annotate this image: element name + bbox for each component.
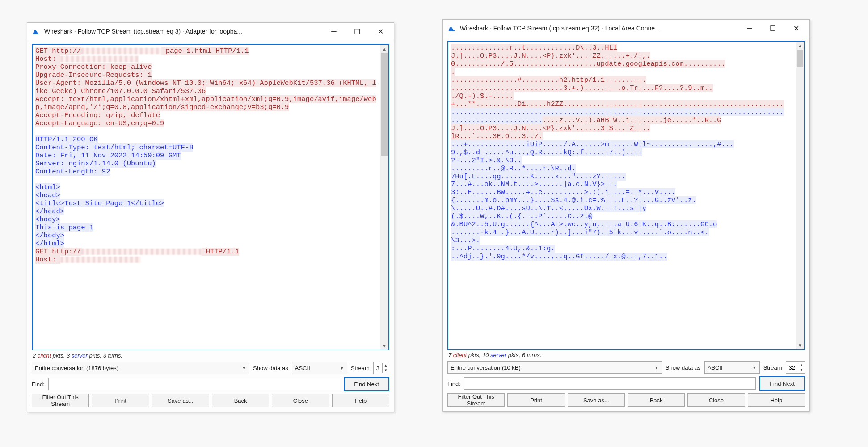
window-controls: ─ ☐ ✕ <box>322 24 392 39</box>
wireshark-window-right: Wireshark · Follow TCP Stream (tcp.strea… <box>442 19 810 412</box>
spinner-up-icon[interactable]: ▲ <box>798 363 805 367</box>
server-text-segment[interactable]: ...+..............iUiP...../.A......>m .… <box>451 140 734 261</box>
packet-status-line: 7 client pkts, 10 server pkts, 6 turns. <box>447 350 805 361</box>
scroll-up-icon[interactable]: ▲ <box>796 42 804 50</box>
stream-label: Stream <box>351 365 370 371</box>
client-text-segment[interactable]: GET http:// <box>35 248 81 256</box>
client-text-segment[interactable]: GET http:// <box>35 47 81 55</box>
stream-label: Stream <box>763 364 782 371</box>
window-body: GET http:// page-1.html HTTP/1.1 Host: P… <box>27 40 394 412</box>
stream-text-view[interactable]: ..............r..t............D\..3..HLl… <box>447 41 805 350</box>
minimize-button[interactable]: ─ <box>322 24 346 39</box>
titlebar[interactable]: Wireshark · Follow TCP Stream (tcp.strea… <box>27 23 394 40</box>
wireshark-window-left: Wireshark · Follow TCP Stream (tcp.strea… <box>27 22 394 412</box>
packet-status-line: 2 client pkts, 3 server pkts, 3 turns. <box>32 350 389 362</box>
server-text-segment[interactable]: HTTP/1.1 200 OK Content-Type: text/html;… <box>35 135 193 248</box>
spinner-up-icon[interactable]: ▲ <box>383 363 389 368</box>
help-button[interactable]: Help <box>748 393 805 407</box>
scroll-down-icon[interactable]: ▼ <box>380 342 388 350</box>
find-input[interactable] <box>464 377 756 390</box>
maximize-button[interactable]: ☐ <box>346 24 369 39</box>
find-next-button[interactable]: Find Next <box>344 377 389 391</box>
bottom-button-row: Filter Out This StreamPrintSave as...Bac… <box>32 394 389 407</box>
spinner-down-icon[interactable]: ▼ <box>798 367 805 372</box>
print-button[interactable]: Print <box>507 393 565 407</box>
window-title: Wireshark · Follow TCP Stream (tcp.strea… <box>44 28 322 35</box>
maximize-button[interactable]: ☐ <box>761 21 784 36</box>
stream-number-spinner[interactable]: 3 ▲▼ <box>373 362 389 374</box>
filter-out-stream-button[interactable]: Filter Out This Stream <box>447 393 505 407</box>
close-button[interactable]: Close <box>272 394 329 407</box>
redacted-segment <box>60 56 139 62</box>
titlebar[interactable]: Wireshark · Follow TCP Stream (tcp.strea… <box>443 20 809 37</box>
save-as-button[interactable]: Save as... <box>568 393 625 407</box>
find-next-button[interactable]: Find Next <box>759 376 805 391</box>
show-data-as-combo[interactable]: ASCII▼ <box>292 362 347 374</box>
save-as-button[interactable]: Save as... <box>152 394 209 407</box>
stream-text-view[interactable]: GET http:// page-1.html HTTP/1.1 Host: P… <box>32 44 389 350</box>
wireshark-icon <box>447 24 456 33</box>
find-label: Find: <box>447 380 460 387</box>
help-button[interactable]: Help <box>332 394 389 407</box>
filter-out-stream-button[interactable]: Filter Out This Stream <box>32 394 89 407</box>
window-controls: ─ ☐ ✕ <box>738 21 808 36</box>
chevron-down-icon: ▼ <box>654 365 659 370</box>
window-title: Wireshark · Follow TCP Stream (tcp.strea… <box>460 25 738 32</box>
show-data-as-label: Show data as <box>253 365 288 371</box>
client-text-segment[interactable]: Proxy-Connection: keep-alive Upgrade-Ins… <box>35 63 376 127</box>
redacted-segment <box>81 249 202 255</box>
back-button[interactable]: Back <box>212 394 269 407</box>
show-data-as-combo[interactable]: ASCII▼ <box>704 361 760 374</box>
minimize-button[interactable]: ─ <box>738 21 761 36</box>
scroll-thumb[interactable] <box>381 53 388 156</box>
stream-content[interactable]: GET http:// page-1.html HTTP/1.1 Host: P… <box>33 45 380 350</box>
redacted-segment <box>60 257 141 263</box>
conversation-combo[interactable]: Entire conversation (1876 bytes)▼ <box>32 362 249 374</box>
scroll-thumb[interactable] <box>797 50 803 67</box>
vertical-scrollbar[interactable]: ▲ ▼ <box>380 45 388 350</box>
stream-number-spinner[interactable]: 32 ▲▼ <box>786 361 805 374</box>
print-button[interactable]: Print <box>92 394 149 407</box>
stream-content[interactable]: ..............r..t............D\..3..HLl… <box>448 42 796 349</box>
find-label: Find: <box>32 381 45 388</box>
chevron-down-icon: ▼ <box>340 366 344 371</box>
chevron-down-icon: ▼ <box>752 365 757 370</box>
client-text-segment[interactable]: ..............r..t............D\..3..HLl… <box>451 44 784 108</box>
show-data-as-label: Show data as <box>666 364 701 371</box>
close-button[interactable]: Close <box>687 393 745 407</box>
close-window-button[interactable]: ✕ <box>784 21 808 36</box>
window-body: ..............r..t............D\..3..HLl… <box>443 37 809 411</box>
spinner-down-icon[interactable]: ▼ <box>383 368 389 373</box>
find-input[interactable] <box>48 378 340 390</box>
back-button[interactable]: Back <box>628 393 685 407</box>
redacted-segment <box>81 48 161 54</box>
bottom-button-row: Filter Out This StreamPrintSave as...Bac… <box>447 393 805 407</box>
vertical-scrollbar[interactable]: ▲ ▼ <box>796 42 804 349</box>
chevron-down-icon: ▼ <box>242 366 246 371</box>
wireshark-icon <box>32 27 41 36</box>
scroll-down-icon[interactable]: ▼ <box>796 341 804 349</box>
close-window-button[interactable]: ✕ <box>369 24 392 39</box>
scroll-up-icon[interactable]: ▲ <box>380 45 388 53</box>
conversation-combo[interactable]: Entire conversation (10 kB)▼ <box>447 361 662 374</box>
